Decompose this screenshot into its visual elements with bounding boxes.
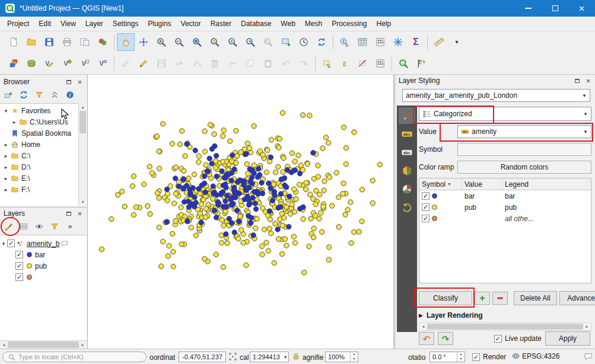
crs-status[interactable]: EPSG:4326 [511, 352, 559, 360]
zoom-out-button[interactable] [170, 33, 188, 51]
new-temporary-scratch-layer-button[interactable]: V [76, 55, 94, 72]
delete-all-button[interactable]: Delete All [514, 291, 557, 305]
zoom-in-button[interactable] [152, 33, 170, 51]
open-field-calculator-button[interactable] [371, 55, 389, 72]
browser-item-e[interactable]: ▸E:\ [0, 173, 78, 184]
styling-tab-history[interactable] [399, 199, 415, 216]
manage-map-themes-button[interactable] [32, 220, 46, 233]
refresh-browser-button[interactable] [17, 88, 31, 101]
menu-layer[interactable]: Layer [81, 17, 108, 30]
expander-icon[interactable]: ▸ [2, 187, 9, 193]
layers-close-button[interactable] [75, 209, 84, 218]
quickosm-search-button[interactable] [394, 55, 412, 72]
locate-input[interactable] [18, 353, 141, 360]
column-header-symbol[interactable]: Symbol▼ [419, 178, 462, 190]
magnifier-spinbox[interactable]: 100% ▴▾ [325, 352, 358, 362]
expander-icon[interactable]: ▸ [2, 153, 9, 159]
zoom-last-button[interactable] [241, 33, 259, 51]
processing-toolbox-button[interactable] [371, 33, 389, 51]
add-selected-layers-button[interactable] [1, 88, 15, 101]
menu-processing[interactable]: Processing [327, 17, 371, 30]
new-geopackage-layer-button[interactable] [23, 55, 40, 72]
new-spatialite-layer-button[interactable]: V [58, 55, 76, 72]
rotation-spinbox[interactable]: 0.0 ° ▴▾ [429, 352, 465, 362]
expander-icon[interactable]: ▾ [0, 241, 7, 247]
paste-features-button[interactable] [259, 55, 277, 72]
menu-help[interactable]: Help [372, 17, 396, 30]
render-checkbox[interactable]: Render [472, 353, 506, 361]
category-checkbox[interactable] [422, 192, 429, 200]
category-checkbox[interactable] [422, 215, 429, 222]
toolbar-extension-button[interactable]: ▾ [448, 33, 466, 51]
style-manager-button[interactable] [94, 33, 112, 51]
redo-button[interactable]: ↷ [295, 55, 313, 72]
scrollbar-thumb[interactable] [8, 341, 79, 348]
legend-item-other[interactable] [0, 272, 87, 283]
new-virtual-layer-button[interactable]: V [94, 55, 112, 72]
undo-style-button[interactable]: ↶ [419, 332, 434, 345]
legend-visibility-checkbox[interactable] [15, 273, 23, 281]
styling-layer-select[interactable]: amenity_bar_amenity_pub_London ▾ [402, 89, 590, 102]
save-project-button[interactable] [40, 33, 58, 51]
browser-item-c[interactable]: ▸C:\ [0, 150, 78, 161]
advanced-button[interactable]: Advance [559, 291, 595, 305]
properties-widget-button[interactable]: i [63, 88, 77, 101]
browser-item-spatial-bookma[interactable]: Spatial Bookma [0, 127, 78, 139]
apply-button[interactable]: Apply [545, 331, 590, 346]
locate-box[interactable] [2, 352, 147, 362]
scrollbar-thumb[interactable] [427, 324, 583, 330]
scroll-right-icon[interactable]: ▸ [79, 341, 87, 349]
expander-icon[interactable]: ▸ [2, 164, 9, 170]
extent-icon[interactable] [228, 352, 237, 361]
zoom-to-layer-button[interactable] [224, 33, 241, 51]
options-button[interactable] [389, 33, 407, 51]
scroll-right-icon[interactable]: ▸ [583, 323, 591, 330]
browser-scrollbar[interactable]: ▴ ▾ [78, 103, 87, 206]
deselect-all-button[interactable] [354, 55, 371, 72]
live-update-checkbox[interactable]: Live update [494, 334, 542, 343]
new-print-layout-button[interactable] [58, 33, 76, 51]
menu-mesh[interactable]: Mesh [300, 17, 327, 30]
delete-selected-button[interactable] [206, 55, 224, 72]
open-project-button[interactable] [23, 33, 40, 51]
pan-to-selection-button[interactable] [135, 33, 152, 51]
category-row[interactable]: all othe... [419, 213, 591, 224]
browser-item-c-users-us[interactable]: ▸C:\Users\Us [0, 116, 78, 127]
browser-float-button[interactable] [64, 78, 73, 87]
value-select[interactable]: abc amenity ▾ [457, 125, 591, 138]
menu-settings[interactable]: Settings [108, 17, 143, 30]
quickosm-button[interactable] [412, 55, 430, 72]
column-header-legend[interactable]: Legend [502, 178, 591, 190]
layer-rendering-section[interactable]: ▶ Layer Rendering [419, 309, 591, 321]
menu-raster[interactable]: Raster [206, 17, 236, 30]
spin-buttons[interactable]: ▴▾ [350, 352, 358, 362]
pan-map-button[interactable] [117, 33, 135, 51]
layers-float-button[interactable] [64, 209, 73, 218]
add-category-button[interactable] [475, 292, 490, 305]
legend-visibility-checkbox[interactable] [15, 262, 23, 270]
layer-name[interactable]: amenity_b [26, 240, 59, 248]
scroll-down-icon[interactable]: ▾ [79, 198, 87, 206]
coordinate-input[interactable]: -0.470,51.237 [179, 352, 226, 362]
new-map-view-button[interactable] [277, 33, 295, 51]
refresh-map-button[interactable] [313, 33, 330, 51]
minimize-button[interactable] [515, 0, 542, 17]
filter-legend-button[interactable] [47, 220, 62, 233]
column-header-value[interactable]: Value [462, 178, 502, 190]
close-button[interactable] [568, 0, 595, 17]
browser-item-d[interactable]: ▸D:\ [0, 161, 78, 173]
filter-browser-button[interactable] [32, 88, 46, 101]
save-layer-edits-button[interactable] [152, 55, 170, 72]
scroll-left-icon[interactable]: ◂ [419, 323, 427, 330]
styling-tab-symbology[interactable] [399, 107, 415, 124]
cut-features-button[interactable]: ✂ [224, 55, 241, 72]
layer-row[interactable]: ▾ amenity_b [0, 238, 87, 249]
scrollbar-thumb[interactable] [79, 111, 86, 133]
browser-item-home[interactable]: ▸Home [0, 139, 78, 150]
browser-item-f[interactable]: ▸F:\ [0, 184, 78, 195]
styling-tab-masks[interactable]: abc [399, 144, 415, 161]
styling-tab-labels[interactable]: abc [399, 126, 415, 142]
vertex-tool-button[interactable] [188, 55, 206, 72]
category-checkbox[interactable] [422, 203, 429, 211]
collapse-all-button[interactable] [47, 88, 62, 101]
